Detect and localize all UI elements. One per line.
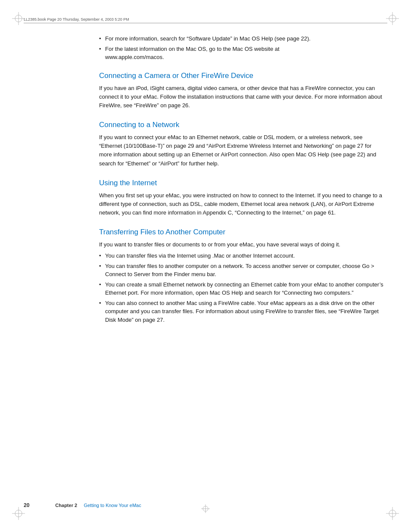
- intro-bullet-2-line1: For the latest information on the Mac OS…: [105, 46, 280, 52]
- section-transferring-body: If you want to transfer files or documen…: [99, 240, 385, 249]
- footer-page-number: 20: [24, 502, 29, 508]
- intro-bullet-1: For more information, search for “Softwa…: [99, 34, 385, 43]
- section-transferring-title: Transferring Files to Another Computer: [99, 227, 385, 237]
- section-firewire-body: If you have an iPod, iSight camera, digi…: [99, 84, 385, 110]
- section-firewire: Connecting a Camera or Other FireWire De…: [99, 71, 385, 110]
- header-bar: LL2385.book Page 20 Thursday, September …: [24, 17, 387, 23]
- main-content: For more information, search for “Softwa…: [99, 34, 385, 498]
- section-internet-title: Using the Internet: [99, 178, 385, 188]
- transfer-bullet-2: You can transfer files to another comput…: [99, 262, 385, 279]
- transfer-bullet-1: You can transfer files via the Internet …: [99, 252, 385, 260]
- footer: 20 Chapter 2 Getting to Know Your eMac: [24, 502, 387, 508]
- section-internet-body: When you first set up your eMac, you wer…: [99, 191, 385, 217]
- footer-chapter-text: Getting to Know Your eMac: [84, 503, 141, 508]
- transfer-bullet-3: You can create a small Ethernet network …: [99, 280, 385, 297]
- corner-mark-br: [386, 507, 399, 520]
- footer-chapter-label: Chapter 2: [55, 503, 77, 508]
- page: LL2385.book Page 20 Thursday, September …: [0, 0, 411, 532]
- header-text: LL2385.book Page 20 Thursday, September …: [24, 17, 129, 22]
- section-network-body: If you want to connect your eMac to an E…: [99, 133, 385, 168]
- corner-mark-bl: [12, 507, 25, 520]
- section-transferring: Transferring Files to Another Computer I…: [99, 227, 385, 324]
- corner-mark-tr: [386, 12, 399, 25]
- corner-mark-tl: [12, 12, 25, 25]
- section-internet: Using the Internet When you first set up…: [99, 178, 385, 218]
- transfer-bullet-4: You can also connect to another Mac usin…: [99, 299, 385, 324]
- footer-chapter: Chapter 2 Getting to Know Your eMac: [55, 503, 141, 508]
- transfer-bullet-list: You can transfer files via the Internet …: [99, 252, 385, 324]
- section-network: Connecting to a Network If you want to c…: [99, 120, 385, 168]
- intro-bullet-2: For the latest information on the Mac OS…: [99, 45, 385, 62]
- intro-bullet-list: For more information, search for “Softwa…: [99, 34, 385, 62]
- section-firewire-title: Connecting a Camera or Other FireWire De…: [99, 71, 385, 81]
- section-network-title: Connecting to a Network: [99, 120, 385, 130]
- intro-bullet-2-line2: www.apple.com/macos.: [105, 54, 164, 60]
- footer-chapter-separator: [78, 503, 82, 508]
